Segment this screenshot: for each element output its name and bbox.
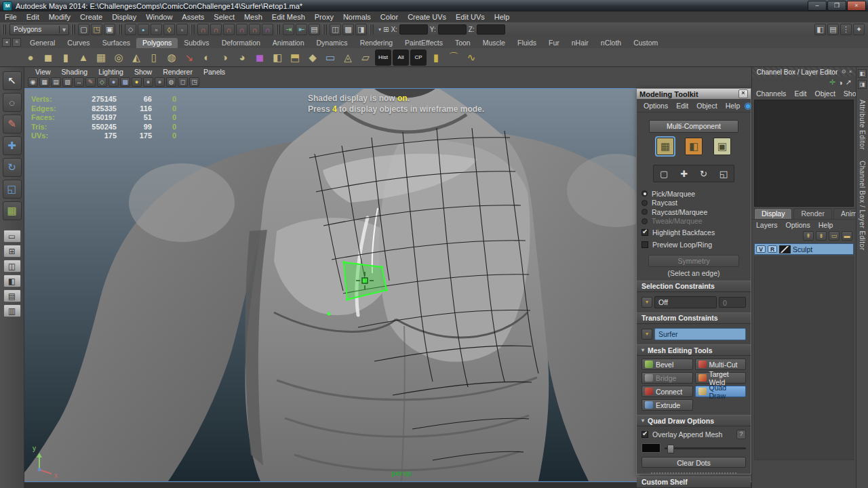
bend-deformer-icon[interactable]: ⌒ [446, 49, 462, 66]
face-selection-icon[interactable]: ▣ [713, 138, 731, 155]
snap-to-curve-icon[interactable]: ∩ [210, 24, 222, 35]
panel-menu-item[interactable]: Shading [56, 68, 94, 76]
mtk-menu-item[interactable]: Edit [672, 102, 692, 110]
shelf-tab[interactable]: PaintEffects [399, 38, 449, 48]
new-scene-icon[interactable]: ▢ [78, 24, 90, 35]
dock-icon[interactable]: ◧ [858, 69, 867, 78]
checkbox-option[interactable]: Highlight Backfaces [642, 228, 746, 238]
bridge-icon[interactable]: ▭ [322, 49, 338, 66]
constraint-dropdown[interactable]: Off [654, 296, 717, 308]
checkbox-option[interactable]: Preview Loop/Ring [642, 240, 746, 250]
toggle-channel-box-icon[interactable]: ✦ [853, 24, 865, 35]
four-pane-layout-icon[interactable]: ⊞ [3, 245, 21, 258]
mesh-editing-tools-header[interactable]: ▾ Mesh Editing Tools [637, 344, 751, 356]
twist-deformer-icon[interactable]: ∿ [463, 49, 479, 66]
render-current-frame-icon[interactable]: ▩ [342, 24, 354, 35]
select-by-object-icon[interactable]: ▪ [138, 24, 149, 35]
menu-item[interactable]: Help [490, 12, 515, 22]
xray-icon[interactable]: ◻ [178, 77, 188, 87]
uv-editor-icon[interactable]: ◼ [252, 49, 268, 66]
snap-to-grid-icon[interactable]: ∩ [197, 24, 209, 35]
poly-cone-icon[interactable]: ▲ [75, 49, 92, 66]
shelf-tab[interactable]: Deformation [216, 38, 267, 48]
menu-item[interactable]: Edit UVs [451, 12, 490, 22]
save-scene-icon[interactable]: ▣ [104, 24, 115, 35]
textured-mode-icon[interactable]: ▩ [120, 77, 130, 87]
booleans-icon[interactable]: ◧ [269, 49, 285, 66]
bookmarks-icon[interactable]: ▤ [51, 77, 61, 87]
scale-tool-icon[interactable]: ◱ [3, 180, 22, 199]
channel-box-menu-item[interactable]: Channels [752, 89, 790, 98]
shelf-tab[interactable]: General [24, 38, 61, 48]
input-connections-icon[interactable]: ⇥ [283, 24, 294, 35]
poly-cube-icon[interactable]: ◼ [40, 49, 56, 66]
shelf-tab[interactable]: Polygons [136, 38, 178, 48]
menu-item[interactable]: Edit Mesh [267, 12, 310, 22]
overlay-opacity-slider[interactable] [665, 447, 746, 449]
shelf-tab[interactable]: Dynamics [311, 38, 354, 48]
collapse-icon[interactable]: ◨ [858, 80, 867, 89]
input-mode-icon[interactable]: ⊞ [383, 26, 389, 33]
combine-icon[interactable]: ◐ [199, 49, 215, 66]
grip-handle[interactable] [191, 24, 195, 35]
quadrangulate-icon[interactable]: ▱ [357, 49, 374, 66]
mesh-tool-button[interactable]: Connect [642, 386, 693, 397]
snap-to-point-icon[interactable]: ∩ [223, 24, 235, 35]
minimize-button[interactable]: – [808, 1, 827, 11]
panel-menu-item[interactable]: View [30, 68, 56, 76]
triangulate-icon[interactable]: ◬ [340, 49, 356, 66]
close-icon[interactable]: × [738, 89, 748, 98]
mesh-tool-button[interactable]: Bridge [642, 372, 693, 384]
single-pane-layout-icon[interactable]: ▭ [3, 230, 21, 243]
multi-component-button[interactable]: Multi-Component [649, 120, 738, 133]
maximize-button[interactable]: ❐ [827, 1, 846, 11]
poly-torus-icon[interactable]: ◎ [111, 49, 127, 66]
shelf-tab[interactable]: Rendering [354, 38, 399, 48]
separate-icon[interactable]: ◑ [216, 49, 233, 66]
menu-item[interactable]: Edit [22, 12, 44, 22]
select-by-hierarchy-icon[interactable]: ⬦ [125, 24, 136, 35]
camera-attributes-icon[interactable]: ▦ [39, 77, 50, 87]
toggle-grid-icon[interactable]: ◧ [814, 24, 826, 35]
mtk-menu-item[interactable]: Object [692, 102, 721, 110]
panel-menu-item[interactable]: Show [129, 68, 157, 76]
constraint-value[interactable]: 0 [719, 297, 746, 308]
mtk-menu-item[interactable]: Options [639, 102, 672, 110]
menu-item[interactable]: Modify [44, 12, 75, 22]
select-camera-icon[interactable]: ◉ [28, 77, 38, 87]
select-tool-icon[interactable]: ↖ [3, 71, 22, 90]
mtk-menu-item[interactable]: Help [722, 102, 745, 110]
cp-shelf-icon[interactable]: CP [410, 49, 427, 66]
shadows-icon[interactable]: ● [143, 77, 153, 87]
menu-item[interactable]: Proxy [310, 12, 338, 22]
chevron-down-icon[interactable]: ▾ [642, 329, 652, 340]
hypershade-layout-icon[interactable]: ▤ [3, 289, 21, 302]
move-layer-down-icon[interactable]: ⇟ [816, 231, 827, 241]
panel-menu-item[interactable]: Lighting [93, 68, 129, 76]
grip-handle[interactable] [370, 24, 374, 35]
shelf-tab[interactable]: Fur [542, 38, 566, 48]
toggle-tool-settings-icon[interactable]: ⋮ [840, 24, 852, 35]
mesh-tool-button[interactable]: Quad Draw [695, 386, 747, 397]
snap-to-view-plane-icon[interactable]: ∩ [249, 24, 260, 35]
output-connections-icon[interactable]: ⇤ [296, 24, 307, 35]
poly-plane-icon[interactable]: ▦ [93, 49, 109, 66]
grease-pencil-icon[interactable]: ✎ [85, 77, 96, 87]
channel-manip-icon[interactable]: ✛ [829, 78, 835, 87]
x-input[interactable] [399, 24, 428, 35]
create-empty-layer-icon[interactable]: ▭ [829, 231, 840, 241]
poly-pipe-icon[interactable]: ▯ [146, 49, 162, 66]
menu-item[interactable]: Mesh [239, 12, 267, 22]
snap-to-projected-center-icon[interactable]: ∩ [236, 24, 248, 35]
shelf-menu-icon[interactable]: ≡ [12, 38, 21, 47]
layer-tab[interactable]: Render [793, 208, 831, 219]
shelf-tab[interactable]: Subdivs [178, 38, 215, 48]
mesh-tool-button[interactable]: Target Weld [695, 372, 747, 384]
channel-stat-icon[interactable]: ➚ [846, 78, 852, 87]
pin-icon[interactable]: ⊙ [840, 68, 847, 75]
toolkit-power-icon[interactable]: ◉ [744, 101, 751, 110]
help-icon[interactable]: ? [736, 430, 746, 439]
slider-handle[interactable] [667, 445, 674, 453]
bevel-icon[interactable]: ◆ [304, 49, 321, 66]
mesh-tool-button[interactable]: Bevel [642, 359, 693, 370]
